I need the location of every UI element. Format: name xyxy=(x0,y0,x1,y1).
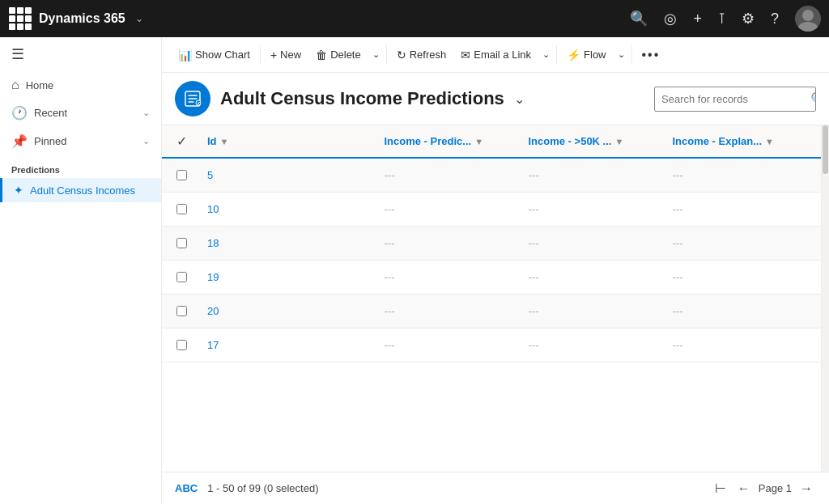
entity-icon: ✦ xyxy=(14,184,23,197)
new-button[interactable]: + New xyxy=(264,44,308,66)
cell-income-explan: --- xyxy=(666,161,822,189)
grid-footer: ABC 1 - 50 of 99 (0 selected) ⊢ ← Page 1… xyxy=(162,472,829,504)
row-checkbox[interactable] xyxy=(162,170,201,180)
cell-id[interactable]: 20 xyxy=(201,297,378,325)
search-input[interactable] xyxy=(655,89,804,109)
app-title: Dynamics 365 xyxy=(39,11,125,26)
page-header: Adult Census Income Predictions ⌄ 🔍 xyxy=(162,73,829,125)
help-icon[interactable]: ? xyxy=(771,11,779,28)
refresh-label: Refresh xyxy=(410,49,447,61)
row-checkbox[interactable] xyxy=(162,340,201,350)
income-predic-filter-icon[interactable]: ▼ xyxy=(474,137,483,146)
sidebar-item-home[interactable]: ⌂ Home xyxy=(0,71,161,99)
cell-id[interactable]: 17 xyxy=(201,331,378,359)
table-row: 17 --- --- --- xyxy=(162,328,821,362)
avatar[interactable] xyxy=(795,6,821,32)
cell-income-explan: --- xyxy=(666,195,822,223)
delete-button[interactable]: 🗑 Delete xyxy=(309,44,368,66)
show-chart-button[interactable]: 📊 Show Chart xyxy=(172,44,257,66)
column-income-50k-header[interactable]: Income - >50K ... ▼ xyxy=(522,127,666,155)
app-title-chevron[interactable]: ⌄ xyxy=(135,13,143,24)
recent-icon: 🕐 xyxy=(11,105,28,121)
activity-icon[interactable]: ◎ xyxy=(664,10,677,28)
footer-record-count: 1 - 50 of 99 (0 selected) xyxy=(207,482,318,494)
row-select[interactable] xyxy=(176,272,187,282)
main-layout: ☰ ⌂ Home 🕐 Recent ⌄ 📌 Pinned ⌄ Predictio… xyxy=(0,37,829,504)
cell-income-predic: --- xyxy=(378,195,522,223)
column-id-header[interactable]: Id ▼ xyxy=(201,127,378,155)
grid-header: ✓ Id ▼ Income - Predic... ▼ Income - >50… xyxy=(162,125,821,159)
waffle-menu[interactable] xyxy=(8,6,32,31)
row-select[interactable] xyxy=(176,340,187,350)
income-50k-column-label: Income - >50K ... xyxy=(529,135,612,147)
email-link-button[interactable]: ✉ Email a Link xyxy=(454,44,538,66)
income-50k-filter-icon[interactable]: ▼ xyxy=(614,137,623,146)
search-button[interactable]: 🔍 xyxy=(804,87,816,111)
refresh-button[interactable]: ↻ Refresh xyxy=(390,44,453,66)
cell-id[interactable]: 5 xyxy=(201,161,378,189)
sidebar-toggle[interactable]: ☰ xyxy=(0,37,161,71)
first-page-button[interactable]: ⊢ xyxy=(712,479,729,498)
sidebar: ☰ ⌂ Home 🕐 Recent ⌄ 📌 Pinned ⌄ Predictio… xyxy=(0,37,162,504)
row-select[interactable] xyxy=(176,204,187,214)
filter-icon[interactable]: ⊺ xyxy=(718,10,725,28)
row-select[interactable] xyxy=(176,238,187,248)
toolbar-divider-3 xyxy=(556,45,557,65)
chart-icon: 📊 xyxy=(178,49,192,61)
cell-id[interactable]: 19 xyxy=(201,263,378,291)
footer-abc: ABC xyxy=(175,482,198,494)
pagination: ⊢ ← Page 1 → xyxy=(712,479,816,498)
sidebar-item-adult-census-incomes[interactable]: ✦ Adult Census Incomes xyxy=(0,178,161,202)
cell-income-explan: --- xyxy=(666,229,822,257)
column-check: ✓ xyxy=(162,125,201,157)
income-explan-filter-icon[interactable]: ▼ xyxy=(765,137,774,146)
email-chevron[interactable]: ⌄ xyxy=(539,45,553,64)
grid-scrollbar[interactable] xyxy=(821,125,829,472)
income-explan-column-label: Income - Explan... xyxy=(673,135,763,147)
cell-income-predic: --- xyxy=(378,229,522,257)
table-row: 10 --- --- --- xyxy=(162,193,821,227)
pinned-chevron-icon: ⌄ xyxy=(142,136,150,146)
pinned-icon: 📌 xyxy=(11,133,28,149)
table-row: 18 --- --- --- xyxy=(162,227,821,260)
new-label: New xyxy=(280,49,301,61)
sidebar-recent-label: Recent xyxy=(34,107,67,119)
prev-page-button[interactable]: ← xyxy=(734,480,754,498)
sidebar-adult-census-label: Adult Census Incomes xyxy=(30,184,135,197)
cell-income-explan: --- xyxy=(666,331,822,359)
delete-icon: 🗑 xyxy=(316,49,327,61)
cell-income-explan: --- xyxy=(666,263,822,291)
row-checkbox[interactable] xyxy=(162,272,201,282)
home-icon: ⌂ xyxy=(11,78,19,92)
cell-income-50k: --- xyxy=(522,161,666,189)
sidebar-item-recent[interactable]: 🕐 Recent ⌄ xyxy=(0,99,161,127)
column-income-explan-header[interactable]: Income - Explan... ▼ xyxy=(666,127,822,155)
row-select[interactable] xyxy=(176,306,187,316)
cell-income-50k: --- xyxy=(522,331,666,359)
search-icon[interactable]: 🔍 xyxy=(630,10,648,28)
scrollbar-thumb[interactable] xyxy=(823,125,828,174)
income-predic-column-label: Income - Predic... xyxy=(385,135,472,147)
delete-chevron[interactable]: ⌄ xyxy=(369,45,383,64)
row-checkbox[interactable] xyxy=(162,306,201,316)
id-filter-icon[interactable]: ▼ xyxy=(220,137,229,146)
more-button[interactable]: ••• xyxy=(636,44,667,66)
next-page-button[interactable]: → xyxy=(797,480,816,498)
row-select[interactable] xyxy=(176,170,187,180)
flow-chevron[interactable]: ⌄ xyxy=(614,45,628,64)
column-income-predic-header[interactable]: Income - Predic... ▼ xyxy=(378,127,522,155)
cell-id[interactable]: 10 xyxy=(201,195,378,223)
row-checkbox[interactable] xyxy=(162,204,201,214)
row-checkbox[interactable] xyxy=(162,238,201,248)
settings-icon[interactable]: ⚙ xyxy=(742,10,755,28)
select-all-checkbox[interactable]: ✓ xyxy=(176,133,187,149)
sidebar-item-pinned[interactable]: 📌 Pinned ⌄ xyxy=(0,127,161,155)
add-icon[interactable]: + xyxy=(693,11,702,28)
svg-point-0 xyxy=(802,10,814,21)
page-title-chevron-icon[interactable]: ⌄ xyxy=(514,91,525,107)
top-nav-icons: 🔍 ◎ + ⊺ ⚙ ? xyxy=(630,6,821,32)
flow-button[interactable]: ⚡ Flow xyxy=(560,44,612,66)
page-title: Adult Census Income Predictions xyxy=(220,88,504,109)
cell-id[interactable]: 18 xyxy=(201,229,378,257)
cell-income-predic: --- xyxy=(378,161,522,189)
